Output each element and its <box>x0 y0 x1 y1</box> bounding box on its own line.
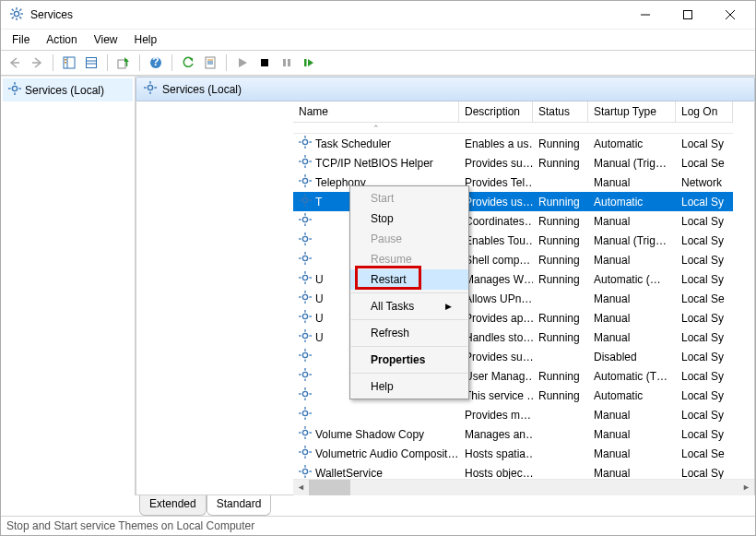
cell-logon[interactable]: Local Sy <box>676 211 733 231</box>
cell-desc[interactable]: Manages an… <box>459 424 533 444</box>
cell-startup[interactable]: Manual (Trig… <box>588 231 676 250</box>
cell-status[interactable]: Running <box>533 211 588 231</box>
cell-desc[interactable]: Handles sto… <box>459 328 533 347</box>
cell-startup[interactable]: Manual <box>588 173 676 192</box>
cell-logon[interactable]: Local Sy <box>676 405 733 424</box>
cell-logon[interactable]: Local Se <box>676 153 733 173</box>
cell-name[interactable]: WalletService <box>293 463 459 479</box>
show-hide-tree-button[interactable] <box>59 53 79 73</box>
cell-desc[interactable]: User Manag… <box>459 366 533 386</box>
cell-desc[interactable]: Shell comp… <box>459 250 533 269</box>
pause-service-button[interactable] <box>277 53 297 73</box>
column-name[interactable]: Name <box>293 101 459 123</box>
cell-desc[interactable]: Provides us… <box>459 192 533 211</box>
cell-desc[interactable]: Hosts spatia… <box>459 444 533 463</box>
cell-startup[interactable]: Manual <box>588 211 676 231</box>
cell-status[interactable]: Running <box>533 134 588 153</box>
menu-action[interactable]: Action <box>39 31 84 48</box>
cell-startup[interactable]: Automatic (T… <box>588 366 676 386</box>
scroll-thumb[interactable] <box>309 480 350 495</box>
cell-name[interactable]: TCP/IP NetBIOS Helper <box>293 153 459 173</box>
cell-logon[interactable]: Local Sy <box>676 308 733 328</box>
scroll-right-button[interactable]: ► <box>738 480 754 495</box>
ctx-help[interactable]: Help <box>350 376 468 397</box>
cell-status[interactable] <box>533 424 588 444</box>
cell-startup[interactable]: Manual <box>588 405 676 424</box>
forward-button[interactable] <box>27 53 47 73</box>
cell-startup[interactable]: Automatic <box>588 192 676 211</box>
cell-startup[interactable]: Manual <box>588 424 676 444</box>
minimize-button[interactable] <box>624 1 667 29</box>
cell-desc[interactable]: Enables Tou… <box>459 231 533 250</box>
cell-logon[interactable]: Local Sy <box>676 231 733 250</box>
cell-logon[interactable]: Local Sy <box>676 250 733 269</box>
cell-name[interactable]: Volume Shadow Copy <box>293 424 459 444</box>
cell-startup[interactable]: Automatic <box>588 134 676 153</box>
menu-help[interactable]: Help <box>127 31 165 48</box>
cell-status[interactable] <box>533 173 588 192</box>
cell-logon[interactable]: Local Sy <box>676 347 733 366</box>
cell-startup[interactable]: Manual <box>588 444 676 463</box>
column-logon[interactable]: Log On <box>676 101 733 123</box>
back-button[interactable] <box>5 53 25 73</box>
cell-name[interactable] <box>293 405 459 424</box>
ctx-restart[interactable]: Restart <box>350 269 468 290</box>
cell-status[interactable]: Running <box>533 269 588 289</box>
ctx-properties[interactable]: Properties <box>350 350 468 370</box>
cell-name[interactable]: Task Scheduler <box>293 134 459 153</box>
cell-desc[interactable]: Provides su… <box>459 153 533 173</box>
cell-desc[interactable]: Provides m… <box>459 405 533 424</box>
cell-status[interactable]: Running <box>533 250 588 269</box>
tab-standard[interactable]: Standard <box>207 495 272 516</box>
help-button[interactable]: ? <box>146 53 166 73</box>
cell-logon[interactable]: Local Se <box>676 444 733 463</box>
ctx-stop[interactable]: Stop <box>350 208 468 229</box>
cell-startup[interactable]: Automatic <box>588 386 676 405</box>
properties-button[interactable] <box>200 53 220 73</box>
cell-logon[interactable]: Network <box>676 173 733 192</box>
refresh-button[interactable] <box>178 53 198 73</box>
cell-logon[interactable]: Local Sy <box>676 386 733 405</box>
cell-desc[interactable]: Allows UPn… <box>459 289 533 308</box>
cell-desc[interactable]: Hosts objec… <box>459 463 533 479</box>
scroll-left-button[interactable]: ◄ <box>293 480 309 495</box>
menu-file[interactable]: File <box>5 31 37 48</box>
stop-service-button[interactable] <box>254 53 275 73</box>
column-startup[interactable]: Startup Type <box>588 101 676 123</box>
tree-services-local[interactable]: Services (Local) <box>3 78 133 101</box>
cell-status[interactable]: Running <box>533 153 588 173</box>
cell-desc[interactable]: Coordinates… <box>459 211 533 231</box>
cell-logon[interactable]: Local Se <box>676 289 733 308</box>
cell-startup[interactable]: Manual <box>588 289 676 308</box>
cell-desc[interactable]: Manages W… <box>459 269 533 289</box>
cell-status[interactable]: Running <box>533 192 588 211</box>
cell-desc[interactable]: Provides ap… <box>459 308 533 328</box>
cell-desc[interactable]: Provides su… <box>459 347 533 366</box>
cell-status[interactable]: Running <box>533 386 588 405</box>
restart-service-button[interactable] <box>299 53 319 73</box>
cell-desc[interactable]: Enables a us… <box>459 134 533 153</box>
column-status[interactable]: Status <box>533 101 588 123</box>
export-list-button[interactable] <box>113 53 134 73</box>
cell-startup[interactable]: Manual <box>588 463 676 479</box>
cell-startup[interactable]: Manual <box>588 328 676 347</box>
cell-status[interactable] <box>533 444 588 463</box>
horizontal-scrollbar[interactable]: ◄ ► <box>293 479 754 494</box>
cell-logon[interactable]: Local Sy <box>676 463 733 479</box>
start-service-button[interactable] <box>232 53 253 73</box>
cell-startup[interactable]: Manual <box>588 250 676 269</box>
cell-status[interactable] <box>533 289 588 308</box>
column-description[interactable]: Description <box>459 101 533 123</box>
cell-desc[interactable]: This service … <box>459 386 533 405</box>
cell-status[interactable] <box>533 463 588 479</box>
menu-view[interactable]: View <box>87 31 125 48</box>
cell-status[interactable]: Running <box>533 366 588 386</box>
cell-status[interactable] <box>533 405 588 424</box>
cell-name[interactable]: Volumetric Audio Composit… <box>293 444 459 463</box>
cell-status[interactable]: Running <box>533 308 588 328</box>
cell-status[interactable]: Running <box>533 328 588 347</box>
cell-desc[interactable]: Provides Tel… <box>459 173 533 192</box>
cell-startup[interactable]: Manual (Trig… <box>588 153 676 173</box>
details-view-button[interactable] <box>81 53 101 73</box>
close-button[interactable] <box>709 1 751 29</box>
